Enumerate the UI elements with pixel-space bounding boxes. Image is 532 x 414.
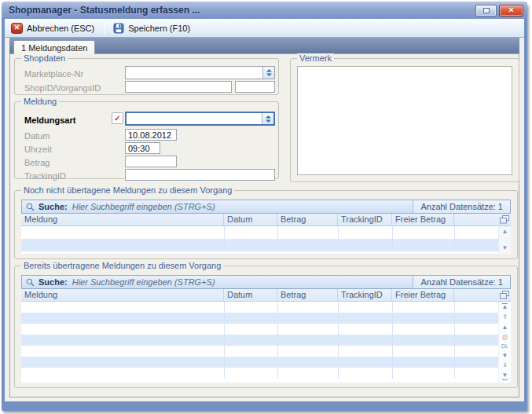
column-header-betrag[interactable]: Betrag <box>277 214 338 225</box>
datum-label: Datum <box>24 131 50 141</box>
group-shopdaten-legend: Shopdaten <box>21 53 68 64</box>
table-row[interactable] <box>21 302 498 313</box>
column-header-trackingid[interactable]: TrackingID <box>338 214 392 225</box>
search-icon <box>26 203 35 211</box>
tab-control: 1 Meldungsdaten Shopdaten Marketplace-Nr <box>5 38 524 401</box>
group-pending-meldungen: Noch nicht übertagene Meldungen zu diese… <box>14 190 518 259</box>
required-check-icon[interactable]: ✓ <box>112 112 123 124</box>
meldungsart-dropdown-icon[interactable] <box>262 113 273 124</box>
transferred-column-headers: Meldung Datum Betrag TrackingID Freier B… <box>21 289 511 302</box>
column-header-datum[interactable]: Datum <box>224 214 277 225</box>
column-header-freier-betrag[interactable]: Freier Betrag <box>392 214 454 225</box>
transferred-search-input[interactable]: Hier Suchbegriff eingeben (STRG+S) <box>72 277 413 287</box>
grid-nav-delete-icon[interactable]: DL <box>501 343 508 350</box>
shopid-label: ShopID/VorgangsID <box>24 83 101 93</box>
save-button[interactable]: Speichern (F10) <box>110 21 196 35</box>
table-row[interactable] <box>21 357 498 368</box>
transferred-search-label: Suche: <box>39 277 68 287</box>
transferred-navigator[interactable]: ▲ ⇑ ▲ (|) DL ▼ ⇓ ▼ <box>498 302 511 383</box>
pending-scrollbar[interactable]: ▲ ▼ <box>498 226 511 254</box>
title-bar[interactable]: Shopmanager - Statusmeldung erfassen ...… <box>2 2 527 19</box>
uhrzeit-input[interactable] <box>125 142 160 154</box>
pending-search-label: Suche: <box>39 202 68 211</box>
column-header-extra <box>454 214 511 225</box>
maximize-icon <box>483 8 490 13</box>
table-row[interactable] <box>21 239 498 251</box>
tab-page: Shopdaten Marketplace-Nr ShopID/Vorgangs… <box>9 53 519 398</box>
app-window: Shopmanager - Statusmeldung erfassen ...… <box>2 2 527 411</box>
tab-label: 1 Meldungsdaten <box>21 43 87 53</box>
pending-record-count: Anzahl Datensätze: 1 <box>413 200 510 213</box>
toolbar-separator <box>105 22 105 35</box>
pending-column-headers: Meldung Datum Betrag TrackingID Freier B… <box>21 214 511 226</box>
grid-nav-page-down-icon[interactable]: ⇓ <box>502 362 508 369</box>
column-header-meldung[interactable]: Meldung <box>21 214 224 225</box>
transferred-search-bar[interactable]: Suche: Hier Suchbegriff eingeben (STRG+S… <box>21 275 511 289</box>
meldungsart-label: Meldungsart <box>24 115 75 125</box>
scroll-down-icon[interactable]: ▼ <box>502 244 508 251</box>
table-row[interactable] <box>21 226 498 239</box>
pending-search-bar[interactable]: Suche: Hier Suchbegriff eingeben (STRG+S… <box>21 200 511 214</box>
transferred-grid-body: ▲ ⇑ ▲ (|) DL ▼ ⇓ ▼ <box>21 302 511 383</box>
marketplace-label: Marketplace-Nr <box>24 69 83 79</box>
grid-nav-page-up-icon[interactable]: ⇑ <box>502 314 508 321</box>
tab-meldungsdaten[interactable]: 1 Meldungsdaten <box>13 40 95 54</box>
transferred-grid-rows <box>21 302 498 383</box>
betrag-input[interactable] <box>125 156 177 167</box>
shopid-input[interactable] <box>125 81 232 93</box>
close-icon: ✕ <box>508 7 515 14</box>
marketplace-combobox[interactable] <box>125 66 275 79</box>
save-label: Speichern (F10) <box>128 24 190 33</box>
grid-nav-row-down-icon[interactable]: ▼ <box>502 353 508 360</box>
group-pending-legend: Noch nicht übertagene Meldungen zu diese… <box>21 185 234 196</box>
toolbar: ✕ Abbrechen (ESC) Speichern (F10) <box>5 19 524 38</box>
group-transferred-meldungen: Bereits übertragene Meldungen zu diesem … <box>14 266 518 388</box>
maximize-button[interactable] <box>475 5 497 16</box>
table-row[interactable] <box>21 368 498 379</box>
column-header-trackingid[interactable]: TrackingID <box>338 289 392 301</box>
window-body: ✕ Abbrechen (ESC) Speichern (F10) <box>5 19 524 401</box>
column-header-freier-betrag[interactable]: Freier Betrag <box>392 289 454 301</box>
table-row[interactable] <box>21 335 498 346</box>
save-icon <box>113 23 124 34</box>
close-button[interactable]: ✕ <box>499 5 523 16</box>
marketplace-dropdown-icon[interactable] <box>262 67 274 79</box>
column-header-extra <box>454 289 511 301</box>
vorgangsid-input[interactable] <box>235 81 275 93</box>
group-vermerk: Vermerk <box>290 58 519 182</box>
grid-nav-first-icon[interactable]: ▲ <box>502 303 508 311</box>
window-title: Shopmanager - Statusmeldung erfassen ... <box>9 5 200 16</box>
pending-search-input[interactable]: Hier Suchbegriff eingeben (STRG+S) <box>72 202 413 211</box>
window-controls: ✕ <box>475 5 523 16</box>
pending-grid-body: ▲ ▼ <box>21 226 511 254</box>
cancel-icon: ✕ <box>11 23 23 34</box>
meldungsart-combobox[interactable] <box>125 112 275 126</box>
pending-grid-rows <box>21 226 498 254</box>
group-meldung-legend: Meldung <box>21 97 59 107</box>
column-header-meldung[interactable]: Meldung <box>21 289 224 301</box>
group-transferred-legend: Bereits übertragene Meldungen zu diesem … <box>21 261 223 271</box>
trackingid-label: TrackingID <box>24 171 66 181</box>
uhrzeit-label: Uhrzeit <box>24 145 52 154</box>
column-chooser-icon[interactable] <box>500 215 509 224</box>
screen: Shopmanager - Statusmeldung erfassen ...… <box>0 0 532 414</box>
cancel-label: Abbrechen (ESC) <box>27 24 94 33</box>
trackingid-input[interactable] <box>125 169 275 181</box>
scroll-up-icon[interactable]: ▲ <box>502 228 508 235</box>
column-chooser-icon[interactable] <box>500 291 509 299</box>
group-meldung: Meldung Meldungsart ✓ Datum Uhrzeit <box>14 101 279 179</box>
column-header-betrag[interactable]: Betrag <box>277 289 338 301</box>
betrag-label: Betrag <box>24 158 50 167</box>
table-row[interactable] <box>21 313 498 324</box>
vermerk-textarea[interactable] <box>297 66 512 175</box>
table-row[interactable] <box>21 324 498 335</box>
grid-nav-row-up-icon[interactable]: ▲ <box>502 324 508 332</box>
group-shopdaten: Shopdaten Marketplace-Nr ShopID/Vorgangs… <box>14 58 279 95</box>
table-row[interactable] <box>21 346 498 357</box>
column-header-datum[interactable]: Datum <box>224 289 277 301</box>
cancel-button[interactable]: ✕ Abbrechen (ESC) <box>8 21 100 35</box>
datum-input[interactable] <box>125 129 177 141</box>
grid-nav-position-icon[interactable]: (|) <box>502 334 507 340</box>
grid-nav-last-icon[interactable]: ▼ <box>502 372 508 380</box>
search-icon <box>26 278 35 287</box>
